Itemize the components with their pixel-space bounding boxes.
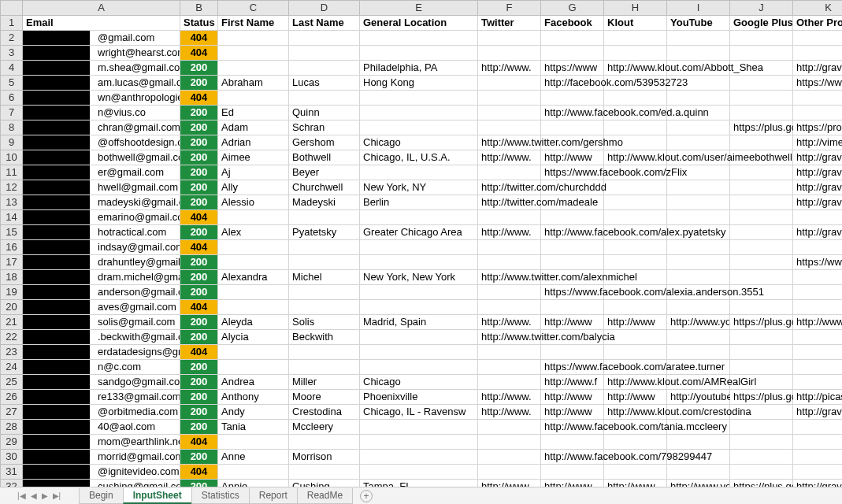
cell[interactable]: http://www.twitter.com/gershmo bbox=[478, 135, 541, 150]
grid[interactable]: ABCDEFGHIJK 1EmailStatusFirst NameLast N… bbox=[0, 0, 842, 504]
status-cell[interactable]: 200 bbox=[180, 360, 218, 375]
cell[interactable] bbox=[667, 330, 730, 345]
cell[interactable] bbox=[730, 195, 793, 210]
cell[interactable]: Moore bbox=[289, 390, 360, 405]
cell[interactable]: http://www. bbox=[478, 61, 541, 76]
cell[interactable] bbox=[667, 31, 730, 46]
cell[interactable]: Michel bbox=[289, 270, 360, 285]
row-header[interactable]: 19 bbox=[1, 285, 23, 300]
cell[interactable]: xxxxxxxxxxxxxxsandgo@gmail.com bbox=[23, 375, 180, 390]
cell[interactable]: xxxxxxxxxxxxxxdram.michel@gmail.com bbox=[23, 270, 180, 285]
cell[interactable]: Adrian bbox=[218, 135, 289, 150]
cell[interactable]: http://www.twitter.com/alexnmichel bbox=[478, 270, 541, 285]
cell[interactable] bbox=[289, 435, 360, 450]
tab-last-icon[interactable]: ▶| bbox=[51, 491, 63, 500]
cell[interactable] bbox=[793, 360, 843, 375]
status-cell[interactable]: 200 bbox=[180, 225, 218, 240]
cell[interactable] bbox=[360, 46, 478, 61]
status-cell[interactable]: 404 bbox=[180, 46, 218, 61]
cell[interactable]: Madeyski bbox=[289, 195, 360, 210]
cell[interactable]: New York, New York bbox=[360, 270, 478, 285]
cell[interactable]: http://www.twitter.com/balycia bbox=[478, 330, 541, 345]
cell[interactable] bbox=[218, 240, 289, 255]
cell[interactable] bbox=[360, 420, 478, 435]
cell[interactable] bbox=[793, 31, 843, 46]
cell[interactable]: http://www. bbox=[478, 150, 541, 165]
cell[interactable]: xxxxxxxxxxxxxxerdatadesigns@gmail.com bbox=[23, 345, 180, 360]
cell[interactable]: http://picasaweb.g bbox=[793, 390, 843, 405]
cell[interactable] bbox=[730, 210, 793, 225]
cell[interactable]: xxxxxxxxxxxxxxn@vius.co bbox=[23, 106, 180, 120]
cell[interactable]: New York, NY bbox=[360, 180, 478, 195]
cell[interactable]: http://twitter.com/churchddd bbox=[478, 180, 541, 195]
cell[interactable] bbox=[793, 285, 843, 300]
cell[interactable] bbox=[541, 345, 604, 360]
cell[interactable]: Adam bbox=[218, 120, 289, 135]
row-header[interactable]: 31 bbox=[1, 465, 23, 480]
cell[interactable]: http://gravatar.com bbox=[793, 405, 843, 420]
row-header[interactable]: 13 bbox=[1, 195, 23, 210]
cell[interactable]: http://vimeo.com/u bbox=[793, 135, 843, 150]
cell[interactable] bbox=[667, 270, 730, 285]
row-header[interactable]: 20 bbox=[1, 300, 23, 315]
cell[interactable] bbox=[218, 46, 289, 61]
cell[interactable] bbox=[793, 210, 843, 225]
cell[interactable] bbox=[289, 210, 360, 225]
cell[interactable]: xxxxxxxxxxxxxxer@gmail.com bbox=[23, 165, 180, 180]
cell[interactable]: Alex bbox=[218, 225, 289, 240]
status-cell[interactable]: 200 bbox=[180, 420, 218, 435]
status-cell[interactable]: 200 bbox=[180, 165, 218, 180]
cell[interactable] bbox=[218, 210, 289, 225]
cell[interactable]: http://youtube bbox=[667, 390, 730, 405]
row-header[interactable]: 4 bbox=[1, 61, 23, 76]
cell[interactable]: Greater Chicago Area bbox=[360, 225, 478, 240]
cell[interactable] bbox=[667, 435, 730, 450]
cell[interactable]: xxxxxxxxxxxxxx.beckwith@gmail.com bbox=[23, 330, 180, 345]
cell[interactable] bbox=[541, 46, 604, 61]
cell[interactable] bbox=[360, 106, 478, 120]
cell[interactable]: http://www bbox=[541, 405, 604, 420]
cell[interactable] bbox=[793, 435, 843, 450]
row-header[interactable]: 5 bbox=[1, 76, 23, 91]
cell[interactable] bbox=[604, 255, 667, 270]
cell[interactable] bbox=[793, 345, 843, 360]
cell[interactable] bbox=[730, 135, 793, 150]
cell[interactable] bbox=[541, 210, 604, 225]
cell[interactable]: Last Name bbox=[289, 16, 360, 31]
row-header[interactable]: 22 bbox=[1, 330, 23, 345]
cell[interactable]: xxxxxxxxxxxxxxindsay@gmail.com bbox=[23, 240, 180, 255]
cell[interactable]: xxxxxxxxxxxxxxam.lucas@gmail.com bbox=[23, 76, 180, 91]
cell[interactable] bbox=[730, 165, 793, 180]
tab-prev-icon[interactable]: ◀ bbox=[29, 491, 39, 500]
cell[interactable]: Ally bbox=[218, 180, 289, 195]
cell[interactable]: Anthony bbox=[218, 390, 289, 405]
cell[interactable]: http://www.quora.c bbox=[793, 315, 843, 330]
cell[interactable]: http://www.yo bbox=[667, 315, 730, 330]
cell[interactable] bbox=[730, 240, 793, 255]
status-cell[interactable]: 200 bbox=[180, 180, 218, 195]
cell[interactable]: xxxxxxxxxxxxxxhotractical.com bbox=[23, 225, 180, 240]
cell[interactable]: xxxxxxxxxxxxxxm.shea@gmail.com bbox=[23, 61, 180, 76]
cell[interactable] bbox=[478, 46, 541, 61]
cell[interactable]: https://profiles.goo bbox=[793, 120, 843, 135]
cell[interactable]: Andy bbox=[218, 405, 289, 420]
cell[interactable]: Bothwell bbox=[289, 150, 360, 165]
cell[interactable] bbox=[360, 330, 478, 345]
status-cell[interactable]: 404 bbox=[180, 91, 218, 106]
status-cell[interactable]: 200 bbox=[180, 150, 218, 165]
cell[interactable] bbox=[730, 465, 793, 480]
cell[interactable] bbox=[604, 465, 667, 480]
cell[interactable] bbox=[289, 300, 360, 315]
cell[interactable] bbox=[360, 360, 478, 375]
cell[interactable]: Abraham bbox=[218, 76, 289, 91]
cell[interactable]: Hong Kong bbox=[360, 76, 478, 91]
cell[interactable] bbox=[604, 240, 667, 255]
cell[interactable] bbox=[793, 270, 843, 285]
cell[interactable]: https://www.facebook.com/aratee.turner bbox=[541, 360, 604, 375]
cell[interactable] bbox=[667, 240, 730, 255]
cell[interactable]: Google Plus bbox=[730, 16, 793, 31]
row-header[interactable]: 1 bbox=[1, 16, 23, 31]
cell[interactable]: Crestodina bbox=[289, 405, 360, 420]
cell[interactable]: xxxxxxxxxxxxxxmom@earthlink.net bbox=[23, 435, 180, 450]
cell[interactable] bbox=[541, 31, 604, 46]
